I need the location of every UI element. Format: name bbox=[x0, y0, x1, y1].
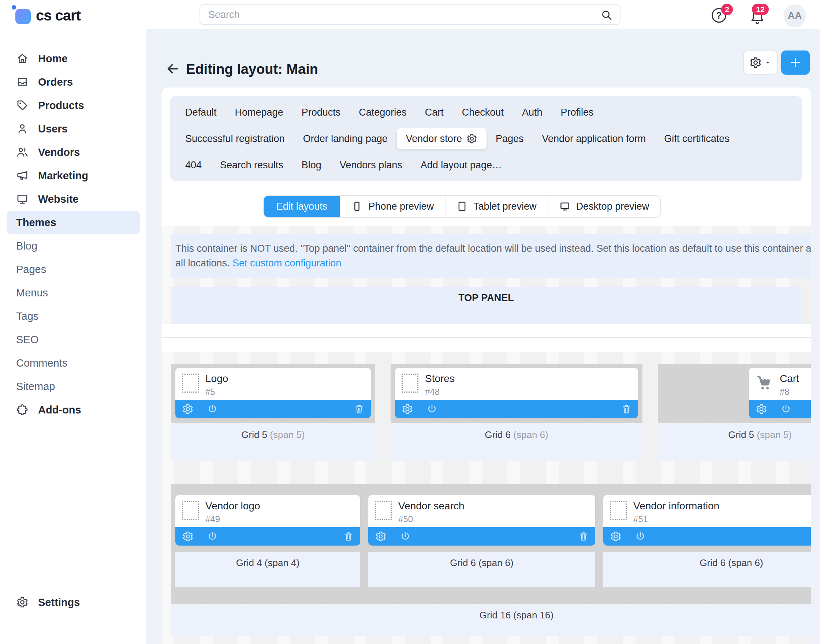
grid-cell-vendor-information: Vendor information #51 Grid 6 (span 6) bbox=[603, 495, 811, 587]
block-placeholder-icon bbox=[402, 374, 418, 393]
tab-vendor-application-form[interactable]: Vendor application form bbox=[533, 128, 655, 149]
tab-vendors-plans[interactable]: Vendors plans bbox=[330, 155, 412, 176]
block-cart[interactable]: Cart #8 bbox=[749, 368, 811, 418]
block-settings-gear-icon[interactable] bbox=[756, 403, 767, 415]
search-icon[interactable] bbox=[601, 9, 613, 21]
page-title: Editing layout: Main bbox=[186, 61, 318, 77]
layout-settings-button[interactable] bbox=[743, 51, 777, 75]
block-wrapper[interactable]: Stores #48 bbox=[391, 364, 642, 423]
sidebar-item-home[interactable]: Home bbox=[0, 47, 146, 70]
block-toolbar bbox=[749, 400, 811, 418]
tab-gift-certificates[interactable]: Gift certificates bbox=[655, 128, 739, 149]
tab-profiles[interactable]: Profiles bbox=[551, 102, 603, 123]
avatar[interactable]: AA bbox=[783, 5, 806, 27]
help-button[interactable]: ? 2 bbox=[712, 8, 728, 24]
sidebar-item-label: Marketing bbox=[38, 170, 88, 182]
sidebar-item-menus[interactable]: Menus bbox=[0, 281, 146, 304]
sidebar-item-users[interactable]: Users bbox=[0, 117, 146, 141]
sidebar-item-sitemap[interactable]: Sitemap bbox=[0, 375, 146, 398]
tab-homepage[interactable]: Homepage bbox=[226, 102, 292, 123]
block-disable-power-icon[interactable] bbox=[635, 531, 646, 542]
block-delete-trash-icon[interactable] bbox=[578, 531, 589, 541]
desktop-preview-button[interactable]: Desktop preview bbox=[548, 196, 660, 217]
block-disable-power-icon[interactable] bbox=[207, 403, 218, 415]
tab-checkout[interactable]: Checkout bbox=[453, 102, 513, 123]
grid-label[interactable]: Grid 6 (span 6) bbox=[391, 424, 642, 462]
sidebar-item-label: Products bbox=[38, 100, 84, 112]
block-settings-gear-icon[interactable] bbox=[610, 531, 622, 542]
block-settings-gear-icon[interactable] bbox=[402, 403, 413, 415]
tab-categories[interactable]: Categories bbox=[350, 102, 416, 123]
back-button[interactable] bbox=[166, 61, 180, 76]
block-disable-power-icon[interactable] bbox=[207, 531, 218, 542]
block-title: Cart bbox=[780, 373, 799, 385]
grid-label[interactable]: Grid 5 (span 5) bbox=[658, 424, 811, 462]
tab-auth[interactable]: Auth bbox=[513, 102, 552, 123]
block-logo[interactable]: Logo #5 bbox=[175, 368, 371, 418]
block-disable-power-icon[interactable] bbox=[780, 403, 791, 415]
block-settings-gear-icon[interactable] bbox=[182, 531, 193, 542]
sidebar-item-blog[interactable]: Blog bbox=[0, 234, 146, 258]
block-toolbar bbox=[368, 527, 595, 546]
tab-404[interactable]: 404 bbox=[176, 155, 211, 176]
gear-icon bbox=[16, 596, 29, 609]
tab-default[interactable]: Default bbox=[176, 102, 226, 123]
block-wrapper[interactable]: Cart #8 bbox=[658, 364, 811, 423]
tablet-icon bbox=[456, 201, 467, 212]
block-settings-gear-icon[interactable] bbox=[375, 531, 387, 542]
cs-cart-logo[interactable]: cs cart bbox=[11, 5, 81, 26]
sidebar-item-marketing[interactable]: Marketing bbox=[0, 164, 146, 187]
grid-row-1: Logo #5 bbox=[171, 364, 802, 462]
block-delete-trash-icon[interactable] bbox=[621, 404, 631, 414]
block-disable-power-icon[interactable] bbox=[427, 403, 438, 415]
top-panel-container[interactable]: TOP PANEL bbox=[171, 287, 802, 324]
sidebar: Home Orders Products Users Vendors Marke… bbox=[0, 29, 146, 644]
block-settings-gear-icon[interactable] bbox=[182, 403, 193, 415]
block-stores[interactable]: Stores #48 bbox=[395, 368, 638, 418]
edit-layouts-button[interactable]: Edit layouts bbox=[264, 196, 340, 217]
block-disable-power-icon[interactable] bbox=[400, 531, 411, 542]
chevron-down-icon bbox=[764, 59, 771, 66]
tab-add-layout-page[interactable]: Add layout page… bbox=[412, 155, 511, 176]
grid-label[interactable]: Grid 6 (span 6) bbox=[603, 552, 811, 587]
sidebar-item-settings[interactable]: Settings bbox=[0, 590, 146, 614]
set-custom-configuration-link[interactable]: Set custom configuration bbox=[232, 258, 341, 268]
block-delete-trash-icon[interactable] bbox=[343, 531, 354, 541]
block-toolbar bbox=[175, 527, 360, 546]
phone-preview-button[interactable]: Phone preview bbox=[340, 196, 445, 217]
tab-products[interactable]: Products bbox=[292, 102, 350, 123]
sidebar-item-orders[interactable]: Orders bbox=[0, 70, 146, 94]
tab-order-landing-page[interactable]: Order landing page bbox=[294, 128, 397, 149]
grid16-container[interactable]: Vendor logo #49 Grid 4 (span 4) bbox=[171, 484, 811, 604]
grid-label[interactable]: Grid 5 (span 5) bbox=[171, 424, 375, 462]
sidebar-item-seo[interactable]: SEO bbox=[0, 328, 146, 351]
sidebar-item-comments[interactable]: Comments bbox=[0, 351, 146, 375]
block-wrapper[interactable]: Logo #5 bbox=[171, 364, 375, 423]
block-vendor-search[interactable]: Vendor search #50 bbox=[368, 495, 595, 546]
grid-label[interactable]: Grid 6 (span 6) bbox=[368, 552, 595, 587]
tab-vendor-store-active[interactable]: Vendor store bbox=[397, 128, 487, 149]
sidebar-item-tags[interactable]: Tags bbox=[0, 304, 146, 328]
tablet-preview-button[interactable]: Tablet preview bbox=[445, 196, 548, 217]
grid16-label[interactable]: Grid 16 (span 16) bbox=[171, 604, 811, 636]
tag-icon bbox=[16, 99, 29, 112]
search-input[interactable] bbox=[200, 5, 620, 25]
tab-successful-registration[interactable]: Successful registration bbox=[176, 128, 294, 149]
tab-cart[interactable]: Cart bbox=[416, 102, 453, 123]
grid-label[interactable]: Grid 4 (span 4) bbox=[175, 552, 360, 587]
notifications-button[interactable]: 12 bbox=[749, 9, 766, 26]
block-placeholder-icon bbox=[375, 501, 392, 520]
tab-pages[interactable]: Pages bbox=[487, 128, 533, 149]
block-vendor-logo[interactable]: Vendor logo #49 bbox=[175, 495, 360, 546]
block-delete-trash-icon[interactable] bbox=[354, 404, 364, 414]
sidebar-item-addons[interactable]: Add-ons bbox=[0, 398, 146, 422]
tab-search-results[interactable]: Search results bbox=[211, 155, 292, 176]
sidebar-item-pages[interactable]: Pages bbox=[0, 258, 146, 281]
sidebar-item-themes[interactable]: Themes bbox=[6, 211, 140, 234]
sidebar-item-vendors[interactable]: Vendors bbox=[0, 141, 146, 164]
tab-blog[interactable]: Blog bbox=[292, 155, 330, 176]
sidebar-item-products[interactable]: Products bbox=[0, 94, 146, 117]
block-vendor-information[interactable]: Vendor information #51 bbox=[603, 495, 811, 546]
add-button[interactable] bbox=[781, 51, 810, 75]
sidebar-item-website[interactable]: Website bbox=[0, 187, 146, 211]
